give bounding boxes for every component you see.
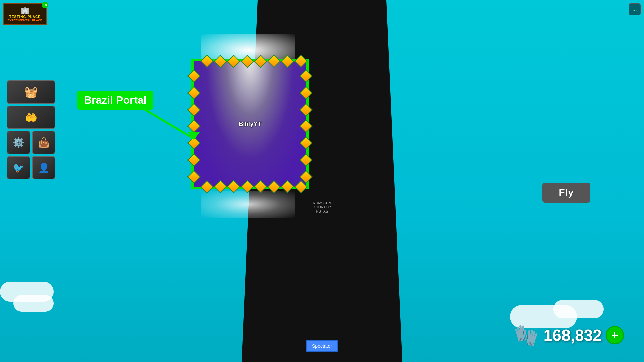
person-button[interactable]: 👤: [32, 156, 55, 179]
twitter-icon: 🐦: [13, 162, 24, 173]
player-entry: NBTXS: [313, 209, 331, 213]
sidebar: 🧺 🤲 ⚙️ 👜 🐦 👤: [7, 80, 55, 179]
gear-button[interactable]: ⚙️: [7, 131, 30, 154]
currency-amount: 168,832: [543, 326, 602, 345]
basket-icon: 🧺: [24, 86, 38, 99]
gear-icon: ⚙️: [13, 137, 24, 148]
player-entry: NUMSKEN: [313, 201, 331, 205]
portal-username: BilifyYT: [238, 121, 261, 128]
badge-icon: 🏢: [21, 6, 29, 14]
cloud-2: [13, 295, 54, 312]
twitter-button[interactable]: 🐦: [7, 156, 30, 179]
portal-glow-bottom: [201, 191, 295, 218]
currency-bar: 🧤 168,832 +: [513, 322, 624, 349]
player-entry: XHUNTER: [313, 205, 331, 209]
badge-subtitle: EXPERIMENTAL PLACE: [8, 19, 42, 22]
notification-count: 18: [42, 2, 48, 8]
add-currency-button[interactable]: +: [606, 326, 624, 344]
brazil-portal[interactable]: BilifyYT: [191, 59, 309, 189]
hand-coins-icon: 🤲: [25, 112, 37, 123]
person-icon: 👤: [38, 162, 50, 173]
menu-icon: ...: [632, 6, 637, 12]
brazil-portal-arrow: [129, 99, 200, 146]
game-badge: 18 🏢 TESTING PLACE EXPERIMENTAL PLACE: [3, 3, 47, 25]
hand-button[interactable]: 🤲: [7, 106, 55, 129]
player-list: NUMSKEN XHUNTER NBTXS: [313, 201, 331, 213]
badge-box: 18 🏢 TESTING PLACE EXPERIMENTAL PLACE: [3, 3, 47, 25]
cloud-4: [553, 300, 604, 318]
hand-currency-icon: 🧤: [513, 322, 539, 349]
svg-line-0: [132, 102, 195, 139]
badge-title: TESTING PLACE: [9, 15, 41, 19]
menu-button[interactable]: ...: [629, 3, 641, 15]
basket-button[interactable]: 🧺: [7, 80, 55, 104]
fly-button[interactable]: Fly: [542, 183, 590, 203]
bag-button[interactable]: 👜: [32, 131, 55, 154]
spectator-button[interactable]: Spectator: [306, 340, 338, 352]
bag-icon: 👜: [38, 137, 50, 148]
